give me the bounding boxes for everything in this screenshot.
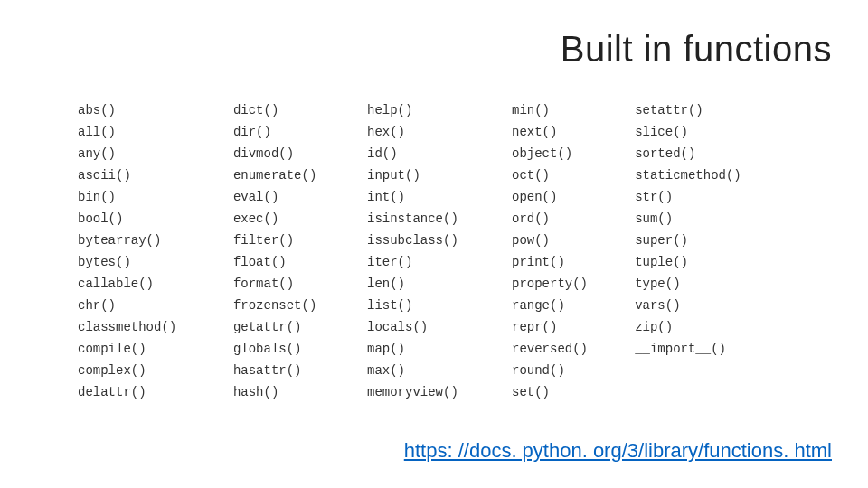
- function-cell: chr(): [72, 295, 228, 316]
- function-cell: hex(): [362, 121, 506, 143]
- function-cell: set(): [506, 381, 629, 403]
- function-cell: range(): [506, 295, 629, 316]
- function-cell: input(): [362, 164, 506, 186]
- table-row: bin()eval()int()open()str(): [72, 186, 796, 208]
- table-row: compile()globals()map()reversed()__impor…: [72, 338, 796, 360]
- function-cell: all(): [72, 121, 228, 143]
- function-cell: staticmethod(): [629, 164, 796, 186]
- function-cell: help(): [362, 99, 506, 121]
- function-cell: slice(): [629, 121, 796, 143]
- function-cell: len(): [362, 273, 506, 295]
- function-cell: hasattr(): [228, 360, 362, 381]
- function-cell: hash(): [228, 381, 362, 403]
- function-cell: type(): [629, 273, 796, 295]
- function-cell: bool(): [72, 208, 228, 230]
- table-row: ascii()enumerate()input()oct()staticmeth…: [72, 164, 796, 186]
- function-cell: memoryview(): [362, 381, 506, 403]
- table-row: chr()frozenset()list()range()vars(): [72, 295, 796, 316]
- table-row: classmethod()getattr()locals()repr()zip(…: [72, 316, 796, 338]
- function-cell: object(): [506, 143, 629, 164]
- function-cell: sorted(): [629, 143, 796, 164]
- function-cell: classmethod(): [72, 316, 228, 338]
- table-row: abs()dict()help()min()setattr(): [72, 99, 796, 121]
- function-cell: exec(): [228, 208, 362, 230]
- function-cell: isinstance(): [362, 208, 506, 230]
- function-cell: float(): [228, 251, 362, 273]
- function-cell: [629, 360, 796, 381]
- function-cell: pow(): [506, 230, 629, 251]
- function-cell: int(): [362, 186, 506, 208]
- table-row: delattr()hash()memoryview()set(): [72, 381, 796, 403]
- table-row: complex()hasattr()max()round(): [72, 360, 796, 381]
- function-cell: next(): [506, 121, 629, 143]
- function-cell: map(): [362, 338, 506, 360]
- function-cell: max(): [362, 360, 506, 381]
- function-cell: filter(): [228, 230, 362, 251]
- function-cell: open(): [506, 186, 629, 208]
- function-cell: abs(): [72, 99, 228, 121]
- function-cell: reversed(): [506, 338, 629, 360]
- function-cell: globals(): [228, 338, 362, 360]
- table-row: bytes()float()iter()print()tuple(): [72, 251, 796, 273]
- function-cell: locals(): [362, 316, 506, 338]
- function-cell: format(): [228, 273, 362, 295]
- function-cell: eval(): [228, 186, 362, 208]
- function-cell: sum(): [629, 208, 796, 230]
- function-cell: delattr(): [72, 381, 228, 403]
- function-cell: dir(): [228, 121, 362, 143]
- function-cell: print(): [506, 251, 629, 273]
- function-cell: id(): [362, 143, 506, 164]
- function-cell: property(): [506, 273, 629, 295]
- function-cell: [629, 381, 796, 403]
- function-cell: __import__(): [629, 338, 796, 360]
- function-cell: complex(): [72, 360, 228, 381]
- table-row: callable()format()len()property()type(): [72, 273, 796, 295]
- function-cell: callable(): [72, 273, 228, 295]
- function-cell: enumerate(): [228, 164, 362, 186]
- function-cell: getattr(): [228, 316, 362, 338]
- function-cell: frozenset(): [228, 295, 362, 316]
- functions-table: abs()dict()help()min()setattr()all()dir(…: [72, 99, 796, 403]
- table-row: any()divmod()id()object()sorted(): [72, 143, 796, 164]
- function-cell: min(): [506, 99, 629, 121]
- function-cell: tuple(): [629, 251, 796, 273]
- function-cell: ascii(): [72, 164, 228, 186]
- function-cell: bytes(): [72, 251, 228, 273]
- function-cell: compile(): [72, 338, 228, 360]
- function-cell: issubclass(): [362, 230, 506, 251]
- functions-tbody: abs()dict()help()min()setattr()all()dir(…: [72, 99, 796, 403]
- function-cell: repr(): [506, 316, 629, 338]
- function-cell: zip(): [629, 316, 796, 338]
- function-cell: super(): [629, 230, 796, 251]
- table-row: bool()exec()isinstance()ord()sum(): [72, 208, 796, 230]
- table-row: bytearray()filter()issubclass()pow()supe…: [72, 230, 796, 251]
- function-cell: str(): [629, 186, 796, 208]
- function-cell: list(): [362, 295, 506, 316]
- function-cell: dict(): [228, 99, 362, 121]
- function-cell: bytearray(): [72, 230, 228, 251]
- slide: Built in functions abs()dict()help()min(…: [0, 0, 868, 488]
- function-cell: oct(): [506, 164, 629, 186]
- function-cell: ord(): [506, 208, 629, 230]
- function-cell: any(): [72, 143, 228, 164]
- function-cell: vars(): [629, 295, 796, 316]
- function-cell: divmod(): [228, 143, 362, 164]
- function-cell: bin(): [72, 186, 228, 208]
- page-title: Built in functions: [561, 29, 832, 70]
- table-row: all()dir()hex()next()slice(): [72, 121, 796, 143]
- function-cell: setattr(): [629, 99, 796, 121]
- function-cell: round(): [506, 360, 629, 381]
- docs-link[interactable]: https: //docs. python. org/3/library/fun…: [404, 439, 832, 463]
- function-cell: iter(): [362, 251, 506, 273]
